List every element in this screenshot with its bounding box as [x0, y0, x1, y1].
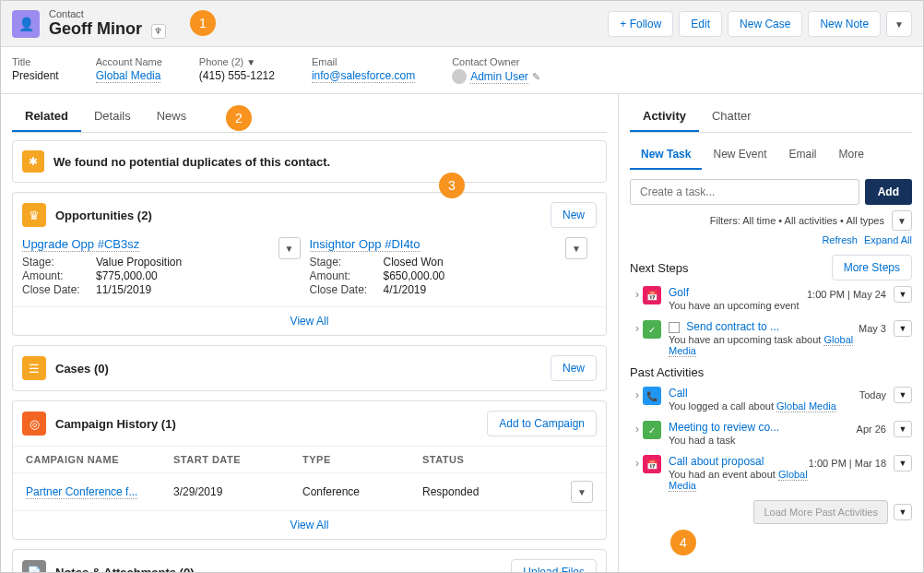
duplicates-card: ✱ We found no potential duplicates of th… [12, 140, 607, 183]
notes-title: Notes & Attachments (0) [55, 566, 194, 574]
owner-label: Contact Owner [452, 56, 540, 67]
subtab-new-event[interactable]: New Event [702, 140, 777, 170]
camp-col-name: CAMPAIGN NAME [26, 454, 173, 465]
contact-icon: 👤 [12, 10, 40, 38]
campaign-row-menu[interactable]: ▼ [571, 481, 593, 503]
activity-title[interactable]: Meeting to review co... [669, 421, 779, 434]
tab-related[interactable]: Related [12, 101, 81, 132]
subtab-email[interactable]: Email [778, 140, 828, 170]
campaign-status: Responded [422, 485, 479, 498]
new-case-button[interactable]: New Case [728, 11, 802, 37]
opportunities-card: ♛ Opportunities (2) New Upgrade Opp #CB3… [12, 192, 607, 336]
record-header: 👤 Contact Geoff Minor ♆ + Follow Edit Ne… [1, 1, 923, 47]
upload-files-button[interactable]: Upload Files [511, 559, 597, 573]
phone-label[interactable]: Phone (2) ▼ [199, 56, 275, 67]
campaign-type: Conference [302, 485, 422, 498]
email-link[interactable]: info@salesforce.com [312, 69, 415, 83]
left-tabs: Related Details News [12, 101, 607, 133]
activity-sub-tabs: New Task New Event Email More [630, 140, 912, 170]
more-actions-button[interactable]: ▼ [886, 11, 912, 37]
expand-icon[interactable]: › [635, 286, 639, 301]
opp-close-label: Close Date: [22, 283, 96, 296]
opp-stage-label: Stage: [22, 256, 96, 269]
create-task-input[interactable] [630, 179, 859, 205]
case-icon: ☰ [22, 356, 46, 380]
owner-avatar-icon [452, 69, 467, 84]
opp-link-1[interactable]: Upgrade Opp #CB3sz [22, 237, 139, 252]
expand-icon[interactable]: › [635, 455, 639, 470]
opp-stage-label-2: Stage: [310, 256, 384, 269]
new-note-button[interactable]: New Note [808, 11, 881, 37]
refresh-link[interactable]: Refresh [822, 234, 858, 245]
opp-menu-1[interactable]: ▼ [278, 237, 301, 259]
owner-link[interactable]: Admin User [470, 70, 528, 84]
subtab-more[interactable]: More [828, 140, 875, 170]
past-activities-title: Past Activities [630, 365, 912, 379]
activity-filters-text: Filters: All time • All activities • All… [710, 215, 884, 226]
title-label: Title [12, 56, 59, 67]
activity-title[interactable]: Call [669, 387, 688, 400]
task-checkbox[interactable] [669, 322, 680, 333]
expand-all-link[interactable]: Expand All [864, 234, 912, 245]
campaign-icon: ◎ [22, 412, 46, 436]
phone-value: (415) 555-1212 [199, 69, 275, 82]
opp-amount-label-2: Amount: [310, 269, 384, 282]
tab-news[interactable]: News [144, 101, 200, 132]
campaigns-title: Campaign History (1) [55, 417, 176, 431]
hierarchy-icon[interactable]: ♆ [151, 24, 166, 39]
opp-amount-label: Amount: [22, 269, 96, 282]
new-case-related-button[interactable]: New [551, 355, 597, 381]
activity-sub: You have an upcoming event [669, 300, 807, 311]
activity-title[interactable]: Call about proposal [669, 455, 764, 468]
account-link[interactable]: Global Media [96, 69, 161, 83]
activity-date: 1:00 PM | Mar 18 [809, 458, 886, 469]
change-owner-icon[interactable]: ✎ [532, 71, 540, 83]
email-label: Email [312, 56, 415, 67]
expand-icon[interactable]: › [635, 421, 639, 436]
opp-menu-2[interactable]: ▼ [565, 237, 587, 259]
new-opportunity-button[interactable]: New [551, 202, 597, 228]
activity-date: 1:00 PM | May 24 [807, 289, 886, 300]
opp-stage-1: Value Proposition [96, 256, 182, 269]
campaigns-card: ◎ Campaign History (1) Add to Campaign C… [12, 400, 607, 540]
campaigns-view-all[interactable]: View All [13, 510, 606, 539]
filters-dropdown[interactable]: ▼ [892, 210, 912, 231]
event-icon: 📅 [643, 455, 661, 473]
activity-menu[interactable]: ▼ [894, 455, 912, 472]
activity-menu[interactable]: ▼ [894, 320, 912, 337]
activity-date: Apr 26 [857, 424, 886, 435]
expand-icon[interactable]: › [635, 387, 639, 401]
follow-button[interactable]: + Follow [608, 11, 673, 37]
activity-sub: You had a task [669, 435, 857, 446]
add-to-campaign-button[interactable]: Add to Campaign [487, 411, 597, 436]
cases-title: Cases (0) [55, 362, 109, 376]
activity-menu[interactable]: ▼ [894, 421, 912, 437]
title-value: President [12, 69, 59, 82]
tab-chatter[interactable]: Chatter [699, 101, 764, 132]
load-more-menu[interactable]: ▼ [894, 504, 912, 520]
add-task-button[interactable]: Add [865, 179, 912, 205]
callout-3: 3 [439, 173, 465, 198]
expand-icon[interactable]: › [635, 320, 639, 335]
subtab-new-task[interactable]: New Task [630, 140, 702, 170]
activity-title[interactable]: Golf [669, 286, 689, 299]
activity-link[interactable]: Global Media [776, 400, 836, 412]
opp-link-2[interactable]: Insightor Opp #DI4to [310, 237, 421, 252]
load-more-button[interactable]: Load More Past Activities [753, 500, 888, 524]
task-icon: ✓ [643, 421, 661, 439]
opps-view-all[interactable]: View All [13, 306, 606, 335]
tab-activity[interactable]: Activity [630, 101, 699, 132]
more-steps-button[interactable]: More Steps [832, 255, 912, 281]
tab-details[interactable]: Details [81, 101, 144, 132]
duplicate-icon: ✱ [22, 150, 44, 173]
opportunity-icon: ♛ [22, 203, 46, 227]
campaign-date: 3/29/2019 [173, 485, 302, 498]
edit-button[interactable]: Edit [679, 11, 722, 37]
campaign-link[interactable]: Partner Conference f... [26, 485, 137, 499]
callout-1: 1 [190, 10, 216, 36]
activity-menu[interactable]: ▼ [894, 286, 912, 303]
camp-col-date: START DATE [173, 454, 302, 465]
activity-title[interactable]: Send contract to ... [686, 320, 779, 333]
activity-menu[interactable]: ▼ [894, 387, 912, 403]
cases-card: ☰ Cases (0) New [12, 345, 607, 391]
